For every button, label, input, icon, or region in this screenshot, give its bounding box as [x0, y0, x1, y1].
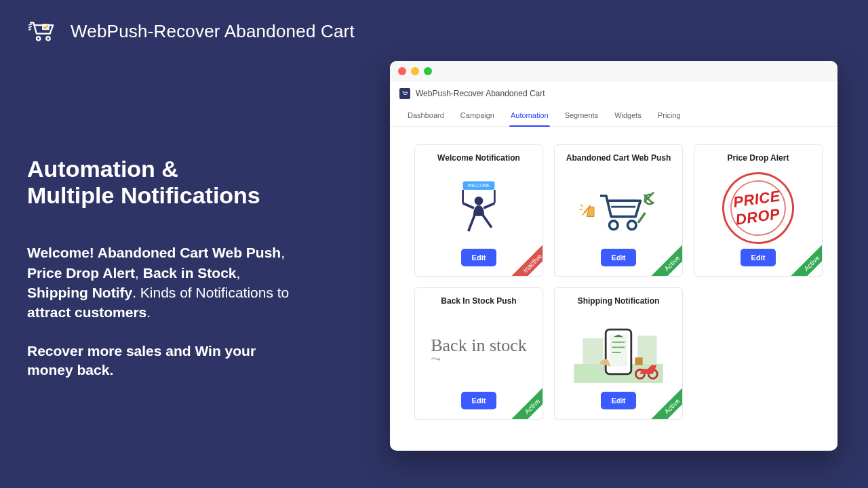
card-title: Price Drop Alert: [728, 153, 789, 163]
page-header: WebPush-Recover Abandoned Cart: [27, 19, 355, 43]
svg-rect-12: [637, 211, 646, 223]
svg-point-0: [37, 37, 40, 40]
svg-point-7: [475, 196, 484, 205]
illustration-price-drop-icon: PRICEDROP: [700, 167, 816, 249]
card-title: Abandoned Cart Web Push: [566, 153, 671, 163]
window-titlebar: [390, 61, 837, 81]
tab-pricing[interactable]: Pricing: [650, 106, 689, 126]
marketing-heading: Automation & Multiple Notifications: [27, 156, 292, 209]
svg-point-9: [628, 220, 637, 229]
app-title-row: WebPush-Recover Abandoned Cart: [390, 81, 837, 103]
app-window: WebPush-Recover Abandoned Cart Dashboard…: [390, 61, 837, 451]
svg-point-1: [46, 37, 50, 40]
app-title: WebPush-Recover Abandoned Cart: [416, 89, 545, 98]
card-welcome-notification: Welcome Notification WELCOME Edit Inacti…: [414, 144, 543, 277]
card-price-drop: Price Drop Alert PRICEDROP Edit Active: [694, 144, 823, 277]
marketing-paragraph: Welcome! Abandoned Cart Web Push, Price …: [27, 243, 292, 323]
card-title: Back In Stock Push: [441, 296, 516, 306]
window-zoom-icon[interactable]: [424, 67, 432, 75]
tab-segments[interactable]: Segments: [557, 106, 607, 126]
card-back-in-stock: Back In Stock Push Back in stock⤳ Edit A…: [414, 287, 543, 420]
marketing-copy: Automation & Multiple Notifications Welc…: [27, 156, 292, 380]
card-title: Welcome Notification: [437, 153, 520, 163]
edit-button[interactable]: Edit: [461, 249, 497, 266]
edit-button[interactable]: Edit: [601, 249, 637, 266]
illustration-welcome-icon: WELCOME: [420, 167, 537, 249]
tab-dashboard[interactable]: Dashboard: [399, 106, 452, 126]
page-title: WebPush-Recover Abandoned Cart: [71, 21, 355, 42]
edit-button[interactable]: Edit: [741, 249, 776, 266]
svg-rect-17: [610, 334, 627, 366]
tab-campaign[interactable]: Campaign: [452, 106, 502, 126]
illustration-back-in-stock-icon: Back in stock⤳: [420, 310, 537, 392]
app-icon: [399, 88, 410, 99]
illustration-cart-icon: [560, 167, 677, 249]
svg-text:WELCOME: WELCOME: [468, 183, 490, 188]
card-shipping-notification: Shipping Notification: [554, 287, 683, 420]
svg-rect-14: [583, 338, 603, 364]
card-abandoned-cart: Abandoned Cart Web Push: [554, 144, 683, 277]
window-minimize-icon[interactable]: [411, 67, 419, 75]
automation-cards-grid: Welcome Notification WELCOME Edit Inacti…: [390, 127, 837, 437]
tab-widgets[interactable]: Widgets: [606, 106, 650, 126]
svg-rect-20: [635, 357, 642, 365]
edit-button[interactable]: Edit: [601, 392, 637, 409]
card-title: Shipping Notification: [578, 296, 660, 306]
marketing-tagline: Recover more sales and Win your money ba…: [27, 342, 292, 380]
cart-logo-icon: [27, 19, 57, 43]
svg-point-8: [610, 220, 618, 229]
tab-bar: Dashboard Campaign Automation Segments W…: [390, 103, 837, 127]
tab-automation[interactable]: Automation: [502, 106, 557, 126]
window-close-icon[interactable]: [398, 67, 406, 75]
edit-button[interactable]: Edit: [461, 392, 497, 409]
illustration-shipping-icon: [560, 310, 677, 392]
